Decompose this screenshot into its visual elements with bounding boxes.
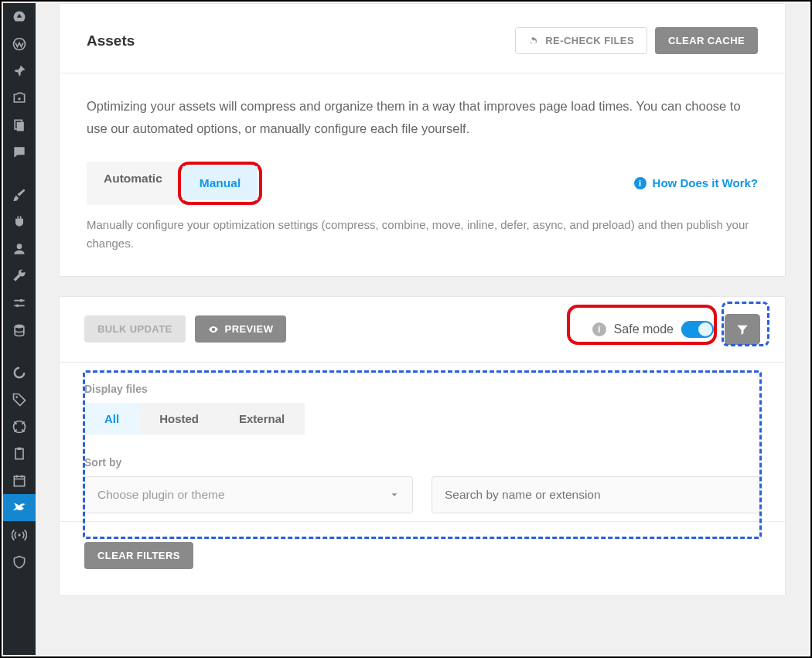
hummingbird-icon	[12, 500, 27, 516]
eye-icon	[208, 324, 219, 335]
action-bar-left: BULK UPDATE PREVIEW	[84, 315, 286, 343]
bulk-update-label: BULK UPDATE	[97, 323, 172, 335]
page-title: Assets	[87, 32, 135, 49]
sidebar-item-plugins[interactable]	[3, 208, 36, 235]
recheck-files-label: RE-CHECK FILES	[545, 35, 634, 46]
wrench-icon	[12, 268, 27, 284]
safe-mode-label: Safe mode	[614, 322, 674, 336]
card-header: Assets RE-CHECK FILES CLEAR CACHE	[60, 4, 785, 73]
toggle-knob	[698, 322, 712, 336]
pin-icon	[12, 63, 27, 79]
preview-label: PREVIEW	[225, 323, 274, 335]
filters-panel: Display files All Hosted External Sort b…	[60, 363, 785, 521]
safe-mode-group: i Safe mode	[592, 321, 714, 338]
search-field[interactable]	[432, 476, 760, 513]
segment-hosted[interactable]: Hosted	[139, 403, 219, 435]
svg-rect-11	[18, 447, 22, 449]
tag-icon	[12, 392, 27, 407]
slider-icon	[12, 295, 27, 311]
svg-point-6	[16, 304, 19, 307]
svg-point-1	[18, 97, 20, 100]
sort-row: Choose plugin or theme	[84, 476, 760, 513]
app-frame: Assets RE-CHECK FILES CLEAR CACHE Optimi…	[0, 0, 812, 658]
sidebar-item-tag[interactable]	[3, 386, 36, 413]
svg-point-5	[20, 298, 23, 302]
sidebar-item-pin[interactable]	[3, 57, 36, 84]
sidebar-item-hummingbird[interactable]	[3, 494, 36, 521]
sidebar-item-shield[interactable]	[3, 548, 36, 575]
search-input[interactable]	[445, 488, 747, 502]
bulk-update-button[interactable]: BULK UPDATE	[84, 315, 186, 343]
sidebar-separator	[3, 165, 36, 181]
sidebar-item-ring[interactable]	[3, 359, 36, 386]
clipboard-icon	[12, 446, 27, 462]
filter-toggle-button[interactable]	[725, 314, 760, 345]
svg-rect-10	[15, 448, 23, 459]
sidebar-item-comments[interactable]	[3, 138, 36, 165]
info-icon: i	[592, 322, 606, 336]
pages-icon	[12, 118, 27, 133]
tab-automatic[interactable]: Automatic	[87, 162, 179, 205]
main-content: Assets RE-CHECK FILES CLEAR CACHE Optimi…	[36, 3, 809, 655]
sidebar-item-clipboard[interactable]	[3, 440, 36, 467]
sidebar-item-broadcast[interactable]	[3, 521, 36, 548]
segment-all[interactable]: All	[84, 403, 139, 435]
sidebar-item-database[interactable]	[3, 316, 36, 343]
info-icon: i	[634, 177, 647, 189]
display-files-label: Display files	[84, 383, 760, 395]
svg-point-13	[18, 534, 20, 536]
preview-button[interactable]: PREVIEW	[195, 315, 287, 343]
sidebar-separator	[3, 343, 36, 359]
comments-icon	[12, 145, 27, 160]
ring-icon	[12, 365, 27, 380]
media-icon	[12, 90, 27, 106]
display-files-segmented: All Hosted External	[84, 403, 760, 435]
mode-tabs: Automatic Manual	[87, 162, 262, 205]
plugins-icon	[12, 214, 27, 230]
tab-row: Automatic Manual i How Does it Work?	[60, 148, 785, 205]
dashboard-icon	[12, 9, 27, 25]
assets-card: Assets RE-CHECK FILES CLEAR CACHE Optimi…	[59, 3, 786, 277]
sort-by-label: Sort by	[84, 456, 760, 469]
sidebar-item-settings[interactable]	[3, 289, 36, 316]
clear-filters-label: CLEAR FILTERS	[97, 550, 180, 561]
segment-external[interactable]: External	[219, 403, 305, 435]
recheck-files-button[interactable]: RE-CHECK FILES	[515, 27, 647, 54]
plugin-theme-select[interactable]: Choose plugin or theme	[84, 476, 413, 513]
tab-description: Manually configure your optimization set…	[60, 205, 785, 276]
svg-point-7	[15, 324, 24, 328]
calendar-icon	[12, 473, 27, 489]
brush-icon	[12, 187, 27, 203]
chevron-down-icon	[389, 489, 400, 500]
sidebar-item-history[interactable]	[3, 413, 36, 440]
svg-point-4	[17, 244, 22, 249]
highlight-filters-panel	[83, 370, 762, 539]
sidebar-item-media[interactable]	[3, 84, 36, 111]
refresh-icon	[528, 36, 539, 46]
how-link-label: How Does it Work?	[653, 176, 758, 189]
svg-point-8	[15, 396, 18, 398]
clear-filters-button[interactable]: CLEAR FILTERS	[84, 542, 193, 569]
database-icon	[12, 322, 27, 338]
tab-manual[interactable]: Manual	[183, 166, 258, 200]
sidebar-item-brush[interactable]	[3, 181, 36, 208]
how-does-it-work-link[interactable]: i How Does it Work?	[634, 176, 758, 189]
filters-footer: CLEAR FILTERS	[60, 521, 785, 595]
sidebar-item-wpmu[interactable]	[3, 30, 36, 57]
shield-icon	[12, 554, 27, 570]
broadcast-icon	[12, 527, 27, 543]
clear-cache-label: CLEAR CACHE	[668, 35, 745, 46]
manual-controls-card: BULK UPDATE PREVIEW i Safe mode	[59, 296, 786, 596]
clear-cache-button[interactable]: CLEAR CACHE	[655, 27, 758, 54]
svg-rect-3	[17, 121, 24, 131]
sidebar-item-calendar[interactable]	[3, 467, 36, 494]
history-icon	[12, 419, 27, 435]
highlight-manual-tab: Manual	[178, 162, 262, 205]
sidebar-item-user[interactable]	[3, 235, 36, 262]
sidebar-item-pages[interactable]	[3, 111, 36, 138]
sidebar-item-dashboard[interactable]	[3, 3, 36, 30]
safe-mode-toggle[interactable]	[681, 321, 714, 338]
user-icon	[12, 241, 27, 257]
header-actions: RE-CHECK FILES CLEAR CACHE	[515, 27, 758, 54]
sidebar-item-tools[interactable]	[3, 262, 36, 289]
